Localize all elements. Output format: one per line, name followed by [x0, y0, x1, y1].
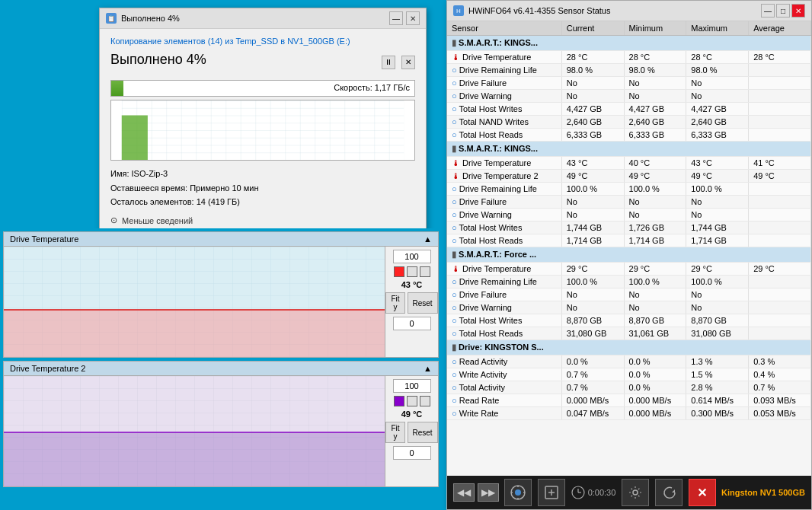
table-row: ○ Drive Failure No No No — [447, 77, 811, 90]
settings-icon-btn[interactable] — [622, 479, 649, 506]
color-box-purple[interactable] — [394, 396, 404, 406]
sensor-icon-btn[interactable] — [504, 479, 532, 506]
avg-val — [749, 276, 811, 288]
avg-val: 49 °C — [749, 170, 811, 183]
nav-back-button[interactable]: ◀◀ — [453, 483, 475, 502]
min-val: 29 °C — [624, 263, 686, 276]
min-val: 40 °C — [624, 157, 686, 170]
svg-marker-23 — [672, 489, 675, 492]
color-box-empty1[interactable] — [407, 266, 417, 277]
fit-button-1[interactable]: Fit y — [385, 292, 404, 314]
min-input-2[interactable] — [393, 446, 431, 460]
color-box-empty4[interactable] — [420, 396, 430, 406]
min-val: 49 °C — [624, 170, 686, 183]
copy-source: Копирование элементов (14) из Temp_SSD в… — [110, 37, 415, 46]
circle-icon: ○ — [452, 383, 457, 392]
avg-val — [749, 196, 811, 209]
col-maximum: Maximum — [686, 21, 749, 36]
min-input-1[interactable] — [393, 317, 431, 330]
col-average: Average — [749, 21, 811, 36]
max-input-2[interactable] — [393, 379, 431, 393]
sensor-graph-1 — [4, 247, 385, 357]
table-row: ○ Drive Remaining Life 100.0 % 100.0 % 1… — [447, 183, 811, 196]
sensor-name: 🌡 Drive Temperature — [447, 51, 561, 64]
footer-drive-label: Kingston NV1 500GB — [721, 488, 805, 497]
hwinfo-restore[interactable]: □ — [776, 4, 790, 18]
circle-icon: ○ — [452, 210, 457, 219]
table-row: ○ Drive Failure No No No — [447, 196, 811, 209]
min-val: No — [624, 90, 686, 103]
expand-icon-1[interactable]: ▲ — [424, 234, 432, 244]
sensor-panel-header-1: Drive Temperature ▲ — [4, 232, 438, 247]
max-val: No — [686, 196, 749, 209]
max-val: 43 °C — [686, 157, 749, 170]
avg-val: 29 °C — [749, 263, 811, 276]
avg-val: 28 °C — [749, 51, 811, 64]
max-val: 1.3 % — [686, 355, 749, 368]
reset-button-2[interactable]: Reset — [408, 422, 438, 443]
cancel-button[interactable]: ✕ — [401, 56, 415, 69]
more-info-toggle[interactable]: ⊙ Меньше сведений — [110, 215, 415, 225]
min-val: 6,333 GB — [624, 129, 686, 142]
avg-val: 0.4 % — [749, 368, 811, 381]
fit-button-2[interactable]: Fit y — [385, 422, 404, 443]
temp-icon: 🌡 — [452, 171, 460, 180]
section-header-2: ▮ S.M.A.R.T.: KINGS... — [447, 142, 811, 157]
min-val: 1,726 GB — [624, 222, 686, 234]
max-val: 100.0 % — [686, 276, 749, 288]
sensor-name: ○ Drive Remaining Life — [447, 276, 561, 288]
temp-icon: 🌡 — [452, 264, 460, 273]
bottom-panels: Drive Temperature ▲ — [0, 228, 442, 510]
sensor-graph-2 — [4, 376, 385, 486]
fit-reset-2: Fit y Reset — [385, 422, 437, 443]
table-row: ○ Total Host Reads 6,333 GB 6,333 GB 6,3… — [447, 129, 811, 142]
current-val: 100.0 % — [561, 183, 624, 196]
dialog-titlebar: 📋 Выполнено 4% — ✕ — [100, 8, 426, 29]
sensor-panel-body-2: 49 °C Fit y Reset — [4, 376, 438, 486]
table-row: ○ Drive Warning No No No — [447, 209, 811, 222]
copy-dialog: 📋 Выполнено 4% — ✕ Копирование элементов… — [99, 8, 427, 234]
current-val: No — [561, 196, 624, 209]
circle-icon: ○ — [452, 184, 457, 193]
minimize-button[interactable]: — — [389, 11, 403, 25]
export-icon-btn[interactable] — [538, 479, 565, 506]
color-box-red[interactable] — [394, 266, 404, 277]
reset-button-1[interactable]: Reset — [408, 292, 438, 314]
close-button[interactable]: ✕ — [406, 11, 420, 25]
refresh-icon-btn[interactable] — [655, 479, 683, 506]
sensor-name: ○ Total Activity — [447, 381, 561, 394]
color-box-empty3[interactable] — [407, 396, 417, 406]
max-val: 1,744 GB — [686, 222, 749, 234]
max-val: 2.8 % — [686, 381, 749, 394]
color-controls-2 — [394, 396, 430, 406]
sensor-name: ○ Write Activity — [447, 368, 561, 381]
titlebar-left: 📋 Выполнено 4% — [106, 13, 180, 24]
temp-display-2: 49 °C — [401, 410, 423, 419]
col-sensor: Sensor — [447, 21, 561, 36]
table-row: ○ Write Rate 0.047 MB/s 0.000 MB/s 0.300… — [447, 407, 811, 420]
pause-button[interactable]: ⏸ — [382, 56, 395, 69]
avg-val: 0.093 MB/s — [749, 394, 811, 407]
hwinfo-table-container[interactable]: Sensor Current Minimum Maximum Average ▮… — [447, 21, 811, 476]
avg-val — [749, 301, 811, 314]
avg-val: 0.7 % — [749, 381, 811, 394]
hwinfo-minimize[interactable]: — — [761, 4, 775, 18]
sensor-name: ○ Drive Warning — [447, 209, 561, 222]
sensor-name: ○ Read Rate — [447, 394, 561, 407]
close-footer-btn[interactable]: ✕ — [689, 479, 716, 506]
color-box-empty2[interactable] — [420, 266, 430, 277]
sensor-panel-title-2: Drive Temperature 2 — [10, 364, 85, 373]
min-val: 0.0 % — [624, 368, 686, 381]
max-input-1[interactable] — [393, 250, 431, 263]
current-val: 0.000 MB/s — [561, 394, 624, 407]
graph-grid-svg — [111, 100, 414, 160]
current-val: 4,427 GB — [561, 103, 624, 116]
sensor-name: ○ Drive Remaining Life — [447, 64, 561, 77]
nav-forward-button[interactable]: ▶▶ — [478, 483, 499, 502]
avg-val: 41 °C — [749, 157, 811, 170]
table-row: ○ Write Activity 0.7 % 0.0 % 1.5 % 0.4 % — [447, 368, 811, 381]
max-val: No — [686, 209, 749, 222]
avg-val — [749, 103, 811, 116]
hwinfo-close[interactable]: ✕ — [791, 4, 805, 18]
expand-icon-2[interactable]: ▲ — [424, 364, 432, 373]
